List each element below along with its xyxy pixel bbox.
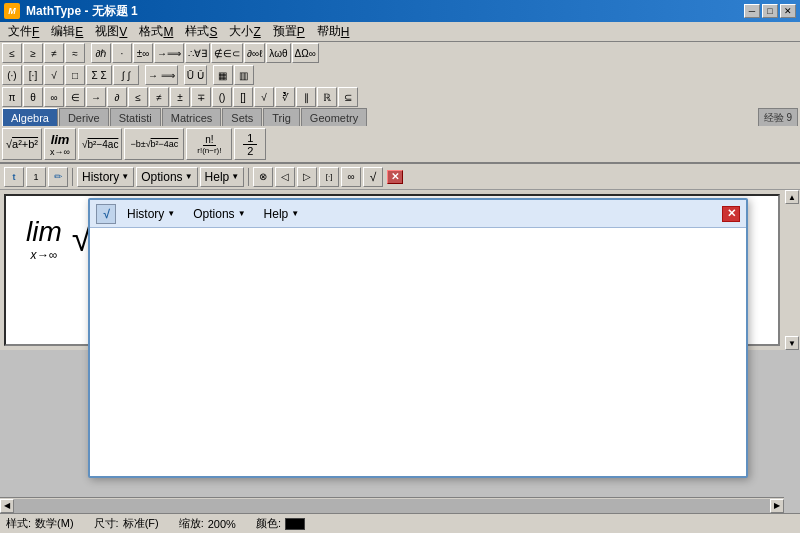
sym-subset[interactable]: ⊆ (338, 87, 358, 107)
hw-options-btn[interactable]: Options ▼ (136, 167, 197, 187)
sym-leq2[interactable]: ≤ (128, 87, 148, 107)
sym-mp[interactable]: ∓ (191, 87, 211, 107)
menu-file[interactable]: 文件F (2, 23, 45, 41)
close-button[interactable]: ✕ (780, 4, 796, 18)
tab-extra9[interactable]: 经验 9 (758, 108, 798, 126)
tab-matrices[interactable]: Matrices (162, 108, 222, 126)
sym-sqrt2[interactable]: √ (254, 87, 274, 107)
scroll-down-button[interactable]: ▼ (785, 336, 799, 350)
menu-format[interactable]: 格式M (133, 23, 179, 41)
sym-partial2[interactable]: ∂∞ℓ (244, 43, 265, 63)
tmpl-quad-formula[interactable]: −b±√b²−4ac (124, 128, 184, 160)
hw-back-icon[interactable]: ◁ (275, 167, 295, 187)
sym-approx[interactable]: ≈ (65, 43, 85, 63)
sym-pi[interactable]: π (2, 87, 22, 107)
menu-style[interactable]: 样式S (179, 23, 223, 41)
sym-parallel[interactable]: ∥ (296, 87, 316, 107)
tab-statisti[interactable]: Statisti (110, 108, 161, 126)
sym-infty[interactable]: ∞ (44, 87, 64, 107)
hw-panel-help-arrow: ▼ (291, 209, 299, 218)
sym-pm[interactable]: ±∞ (133, 43, 153, 63)
menu-view[interactable]: 视图V (89, 23, 133, 41)
sym-sum[interactable]: Σ Σ (86, 65, 112, 85)
hw-panel-options-btn[interactable]: Options ▼ (186, 204, 252, 224)
sym-arrow-r[interactable]: →⟹ (154, 43, 184, 63)
hw-pen-icon[interactable]: ✏ (48, 167, 68, 187)
sym-partial3[interactable]: ∂ (107, 87, 127, 107)
sym-bracket[interactable]: [·] (23, 65, 43, 85)
hw-1-icon: 1 (26, 167, 46, 187)
sym-lambda[interactable]: λωθ (266, 43, 290, 63)
zoom-label: 缩放: (179, 516, 204, 531)
lim-word: lim (26, 216, 62, 248)
status-color: 颜色: (256, 516, 305, 531)
sym-theta[interactable]: θ (23, 87, 43, 107)
sym-grid2[interactable]: ▥ (234, 65, 254, 85)
style-label: 样式: (6, 516, 31, 531)
hw-play-icon[interactable]: ▷ (297, 167, 317, 187)
sym-leq[interactable]: ≤ (2, 43, 22, 63)
sym-sqrt[interactable]: √ (44, 65, 64, 85)
tmpl-combo[interactable]: n! r!(n−r)! (186, 128, 232, 160)
tab-derive[interactable]: Derive (59, 108, 109, 126)
hw-history-btn[interactable]: History ▼ (77, 167, 134, 187)
hw-undo-icon[interactable]: ⊗ (253, 167, 273, 187)
sym-therefore[interactable]: ∴∀∃ (185, 43, 210, 63)
hw-close-button[interactable]: ✕ (387, 170, 403, 184)
scroll-right-button[interactable]: ▶ (770, 499, 784, 513)
menu-preview[interactable]: 预置P (267, 23, 311, 41)
sym-integral[interactable]: ∫ ∫ (113, 65, 139, 85)
sym-pm2[interactable]: ± (170, 87, 190, 107)
sym-grid1[interactable]: ▦ (213, 65, 233, 85)
tmpl-sqrt-disc[interactable]: √b²−4ac (78, 128, 122, 160)
sym-partial[interactable]: ∂ℏ (91, 43, 111, 63)
sym-notin[interactable]: ∉∈⊂ (211, 43, 243, 63)
menu-size[interactable]: 大小Z (223, 23, 266, 41)
sym-reals[interactable]: ℝ (317, 87, 337, 107)
sym-box[interactable]: □ (65, 65, 85, 85)
sym-Ubar[interactable]: Ū Ǔ (184, 65, 207, 85)
sym-rightarrow[interactable]: → (86, 87, 106, 107)
hw-help-btn[interactable]: Help ▼ (200, 167, 245, 187)
minimize-button[interactable]: ─ (744, 4, 760, 18)
menu-help[interactable]: 帮助H (311, 23, 356, 41)
sym-cdot[interactable]: · (112, 43, 132, 63)
bottom-scrollbar: ◀ ▶ (0, 497, 784, 513)
sym-paren[interactable]: (·) (2, 65, 22, 85)
sym-delta[interactable]: ΔΩ∞ (292, 43, 319, 63)
sym-parens[interactable]: () (212, 87, 232, 107)
scroll-up-button[interactable]: ▲ (785, 190, 799, 204)
hw-panel-close-button[interactable]: ✕ (722, 206, 740, 222)
sym-in[interactable]: ∈ (65, 87, 85, 107)
h-scroll-track[interactable] (14, 499, 770, 513)
scroll-left-button[interactable]: ◀ (0, 499, 14, 513)
toolbar: ≤ ≥ ≠ ≈ ∂ℏ · ±∞ →⟹ ∴∀∃ ∉∈⊂ ∂∞ℓ λωθ ΔΩ∞ (… (0, 42, 800, 164)
hw-infty-icon[interactable]: ∞ (341, 167, 361, 187)
sym-cbrt[interactable]: ∛ (275, 87, 295, 107)
maximize-button[interactable]: □ (762, 4, 778, 18)
help-dropdown-arrow: ▼ (231, 172, 239, 181)
hw-sqrt-icon[interactable]: √ (363, 167, 383, 187)
hw-panel-history-arrow: ▼ (167, 209, 175, 218)
style-value: 数学(M) (35, 516, 74, 531)
sym-brackets[interactable]: [] (233, 87, 253, 107)
hw-dots-icon[interactable]: [·] (319, 167, 339, 187)
tmpl-fraction[interactable]: 1 2 (234, 128, 266, 160)
tab-row: Algebra Derive Statisti Matrices Sets Tr… (0, 108, 800, 126)
tab-sets[interactable]: Sets (222, 108, 262, 126)
tmpl-sqrt-sum[interactable]: √a²+b² (2, 128, 42, 160)
menu-edit[interactable]: 编辑E (45, 23, 89, 41)
tab-algebra[interactable]: Algebra (2, 108, 58, 126)
sym-neq2[interactable]: ≠ (149, 87, 169, 107)
sym-geq[interactable]: ≥ (23, 43, 43, 63)
tab-trig[interactable]: Trig (263, 108, 300, 126)
symbol-row-2: (·) [·] √ □ Σ Σ ∫ ∫ → ⟹ Ū Ǔ ▦ ▥ (0, 64, 800, 86)
tmpl-lim[interactable]: lim x→∞ (44, 128, 76, 160)
hw-panel-help-btn[interactable]: Help ▼ (257, 204, 307, 224)
hw-panel-history-btn[interactable]: History ▼ (120, 204, 182, 224)
sym-arrow2[interactable]: → ⟹ (145, 65, 178, 85)
sym-neq[interactable]: ≠ (44, 43, 64, 63)
hw-toolbar: t 1 ✏ History ▼ Options ▼ Help ▼ ⊗ ◁ ▷ [… (0, 164, 800, 190)
color-label: 颜色: (256, 516, 281, 531)
tab-geometry[interactable]: Geometry (301, 108, 367, 126)
